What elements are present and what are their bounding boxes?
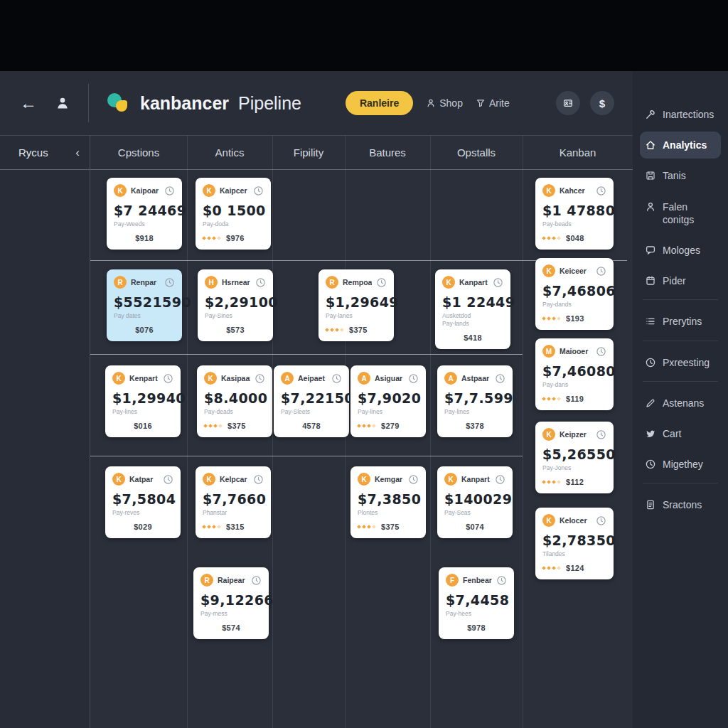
nav-item-arite[interactable]: Arite bbox=[476, 97, 510, 109]
deal-card-kanpart[interactable]: K Kanpart $1 22449 AusketdodPay-lands $4… bbox=[435, 269, 510, 349]
deal-card-maiooer[interactable]: M Maiooer $7,46080 Pay-dans $119 bbox=[535, 338, 614, 410]
sidebar-item-sractons[interactable]: Sractons bbox=[640, 491, 721, 518]
deal-card-kahcer[interactable]: K Kahcer $1 47880 Pay-beads $048 bbox=[535, 178, 614, 250]
card-subtexts: Pay-dands bbox=[542, 301, 606, 309]
deal-card-kemgar[interactable]: K Kemgar $7,3850 Plontes $375 bbox=[350, 466, 426, 538]
card-value: $7,46806 bbox=[542, 283, 606, 299]
card-subtext: Pay-lanes bbox=[326, 312, 387, 320]
card-subtexts: Pay-Sines bbox=[205, 312, 266, 320]
sidebar-item-cart[interactable]: Cart bbox=[640, 420, 721, 447]
avatar: K bbox=[114, 184, 127, 197]
card-subtexts: Pay-reves bbox=[112, 509, 173, 517]
avatar: R bbox=[326, 276, 338, 289]
sidebar-item-mologes[interactable]: Mologes bbox=[640, 237, 721, 264]
deal-card-kasipaat[interactable]: K Kasipaat $8.4000 Pay-deads $375 bbox=[197, 365, 272, 437]
pen-icon bbox=[645, 397, 656, 409]
deal-card-fenbear[interactable]: F Fenbear $7,4458 Pay-hees $978 bbox=[439, 567, 514, 639]
rating-dots-icon bbox=[542, 397, 560, 400]
card-value: $2,29100 bbox=[205, 294, 266, 310]
deal-card-rempoat[interactable]: R Rempoat $1,29649 Pay-lanes $375 bbox=[318, 269, 394, 341]
card-subtext: Pay-lines bbox=[358, 408, 419, 416]
left-panel-header: Rycus ‹ bbox=[0, 136, 90, 170]
card-title: Kaipcer bbox=[220, 186, 249, 195]
clock-icon bbox=[496, 575, 507, 586]
sidebar-item-pxreesting[interactable]: Pxreesting bbox=[640, 349, 721, 376]
card-header: R Renpar bbox=[114, 276, 175, 289]
card-footer: $574 bbox=[200, 623, 262, 632]
sidebar-item-migethey[interactable]: Migethey bbox=[640, 451, 721, 478]
card-footer: $976 bbox=[203, 234, 264, 242]
card-title: Rempoat bbox=[343, 278, 372, 287]
deal-card-kelocer[interactable]: K Kelocer $2,78350 Tilandes $124 bbox=[535, 508, 614, 579]
nav-item-shop[interactable]: Shop bbox=[426, 97, 463, 109]
sidebar-label: Migethey bbox=[663, 458, 703, 471]
card-footer: $315 bbox=[203, 523, 264, 531]
sidebar-item-inartections[interactable]: Inartections bbox=[640, 101, 721, 128]
id-badge-button[interactable] bbox=[556, 91, 580, 115]
back-button[interactable]: ← bbox=[20, 95, 37, 112]
sidebar-item-pider[interactable]: Pider bbox=[640, 267, 721, 294]
list-icon bbox=[645, 316, 656, 327]
card-subtexts: Pay-lanes bbox=[326, 312, 387, 320]
deal-card-kaipcer[interactable]: K Kaipcer $0 1500 Pay-doda $976 bbox=[196, 178, 271, 250]
card-subtext: Pay-lines bbox=[112, 408, 173, 416]
card-subtexts: Pay-Seas bbox=[444, 509, 505, 517]
clock-icon bbox=[163, 373, 173, 384]
deal-card-kelpcar[interactable]: K Kelpcar $7,7660 Phanstar $315 bbox=[196, 466, 271, 538]
deal-card-kaipoar[interactable]: K Kaipoar $7 24469 Pay-Weeds $918 bbox=[107, 178, 182, 250]
card-footer: $978 bbox=[446, 623, 507, 632]
card-subtext: Pay-lines bbox=[444, 408, 505, 416]
deal-card-hsrnear[interactable]: H Hsrnear $2,29100 Pay-Sines $573 bbox=[198, 269, 273, 341]
card-value: $7,22150 bbox=[281, 390, 342, 406]
avatar: M bbox=[542, 345, 555, 358]
card-title: Keipzer bbox=[560, 430, 592, 439]
deal-card-kanpart[interactable]: K Kanpart $140029 Pay-Seas $074 bbox=[437, 466, 513, 538]
card-title: Raipear bbox=[218, 576, 247, 584]
avatar: K bbox=[358, 473, 370, 486]
deal-card-keipzer[interactable]: K Keipzer $5,26550 Pay-Jones $112 bbox=[535, 422, 614, 493]
collapse-chevron-icon[interactable]: ‹ bbox=[75, 146, 80, 160]
card-footer: 4578 bbox=[281, 422, 342, 430]
card-subtext: Pay-Sleets bbox=[281, 408, 342, 416]
card-subtexts: Pay-lines bbox=[358, 408, 419, 416]
card-footer: $029 bbox=[112, 523, 173, 531]
bird-icon bbox=[645, 428, 656, 439]
avatar: H bbox=[205, 276, 218, 289]
deal-card-keiceer[interactable]: K Keiceer $7,46806 Pay-dands $193 bbox=[535, 258, 614, 330]
sidebar-item-analytics[interactable]: Analytics bbox=[640, 132, 721, 159]
sidebar-item-astenans[interactable]: Astenans bbox=[640, 390, 721, 417]
card-header: K Kaipcer bbox=[203, 184, 264, 197]
card-footer: $573 bbox=[205, 326, 266, 334]
sidebar-label: Tanis bbox=[663, 169, 686, 182]
clock-icon bbox=[376, 277, 387, 288]
card-value: $7,9020 bbox=[358, 390, 419, 406]
calendar-icon bbox=[645, 275, 656, 287]
clock-icon bbox=[408, 474, 419, 485]
deal-card-katpar[interactable]: K Katpar $7,5804 Pay-reves $029 bbox=[105, 466, 181, 538]
user-icon[interactable] bbox=[55, 96, 70, 110]
card-subtexts: Pay-Weeds bbox=[114, 220, 175, 228]
card-title: Kelpcar bbox=[220, 475, 249, 483]
card-value: $7,7.599 bbox=[444, 390, 505, 406]
clock-icon bbox=[645, 357, 656, 368]
sidebar-item-tanis[interactable]: Tanis bbox=[640, 162, 721, 189]
sidebar-label: Falen conitgs bbox=[663, 200, 716, 226]
card-subtext: Pay-Weeds bbox=[114, 220, 175, 228]
deal-card-kenpart[interactable]: K Kenpart $1,29940 Pay-lines $016 bbox=[105, 365, 181, 437]
clock-icon bbox=[596, 515, 606, 526]
deal-card-aeipaet[interactable]: A Aeipaet $7,22150 Pay-Sleets 4578 bbox=[274, 365, 349, 437]
avatar: A bbox=[358, 372, 370, 385]
sidebar-item-falen-conitgs[interactable]: Falen conitgs bbox=[640, 193, 721, 233]
column-header-opstalls: Opstalls bbox=[430, 136, 523, 169]
deal-card-raipear[interactable]: R Raipear $9,12266 Pay-mess $574 bbox=[193, 567, 269, 639]
deal-card-renpar[interactable]: R Renpar $5521590 Pay dates $076 bbox=[107, 269, 182, 341]
primary-action-button[interactable]: Ranleire bbox=[346, 91, 413, 115]
card-amount: $573 bbox=[226, 326, 245, 334]
sidebar-item-prerytins[interactable]: Prerytins bbox=[640, 308, 721, 335]
column-divider bbox=[187, 136, 188, 728]
currency-button[interactable]: $ bbox=[590, 91, 614, 115]
card-header: K Kaipoar bbox=[114, 184, 175, 197]
deal-card-asiguar[interactable]: A Asiguar $7,9020 Pay-lines $279 bbox=[350, 365, 426, 437]
clock-icon bbox=[596, 429, 606, 440]
deal-card-astpaar[interactable]: A Astpaar $7,7.599 Pay-lines $378 bbox=[437, 365, 513, 437]
